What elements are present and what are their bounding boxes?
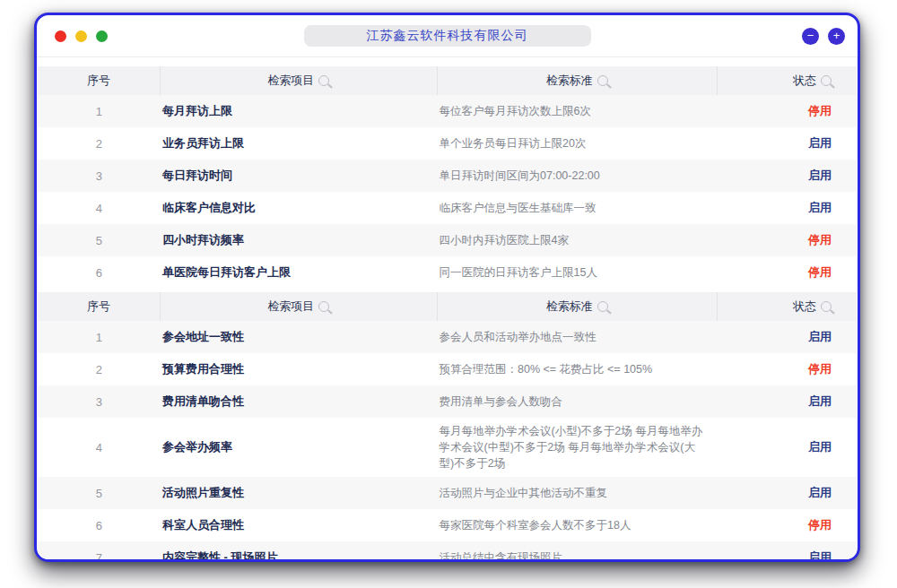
- table-row[interactable]: 4 临床客户信息对比 临床客户信息与医生基础库一致 启用: [38, 192, 857, 224]
- rule-standard: 预算合理范围：80% <= 花费占比 <= 105%: [438, 356, 718, 383]
- rule-standard: 费用清单与参会人数吻合: [438, 388, 718, 415]
- header-status-label: 状态: [793, 73, 816, 89]
- rules-table-1: 序号 检索项目 检索标准 状态 1 每月拜访上限 每位客户每月拜访次数上限6次 …: [38, 66, 857, 289]
- rule-name: 科室人员合理性: [161, 512, 438, 539]
- row-number: 1: [38, 331, 161, 344]
- rule-name: 费用清单吻合性: [161, 388, 438, 415]
- rule-name: 每月拜访上限: [161, 98, 438, 125]
- rule-standard: 单个业务员每日拜访上限20次: [438, 130, 718, 157]
- status-badge[interactable]: 启用: [718, 549, 857, 562]
- row-number: 2: [38, 363, 161, 376]
- row-number: 3: [38, 169, 161, 183]
- rule-name: 参会地址一致性: [161, 324, 438, 350]
- status-badge[interactable]: 启用: [718, 200, 857, 216]
- zoom-in-button[interactable]: +: [828, 28, 845, 45]
- rule-standard: 参会人员和活动举办地点一致性: [438, 324, 718, 350]
- status-badge[interactable]: 启用: [718, 329, 857, 345]
- rule-standard: 活动照片与企业中其他活动不重复: [438, 480, 718, 506]
- rule-name: 业务员拜访上限: [161, 130, 438, 157]
- status-badge[interactable]: 停用: [718, 361, 857, 377]
- search-icon[interactable]: [821, 75, 832, 86]
- search-icon[interactable]: [821, 301, 832, 312]
- header-no-label: 序号: [87, 73, 110, 89]
- table-header: 序号 检索项目 检索标准 状态: [38, 66, 857, 95]
- rule-standard: 每位客户每月拜访次数上限6次: [438, 98, 718, 125]
- rule-standard: 同一医院的日拜访客户上限15人: [438, 259, 718, 286]
- rule-name: 单医院每日拜访客户上限: [161, 259, 438, 286]
- table-header: 序号 检索项目 检索标准 状态: [38, 292, 857, 321]
- status-badge[interactable]: 停用: [718, 232, 857, 248]
- table-row[interactable]: 1 参会地址一致性 参会人员和活动举办地点一致性 启用: [38, 321, 857, 353]
- header-standard-label: 检索标准: [546, 73, 593, 89]
- row-number: 4: [38, 202, 161, 215]
- header-item-label: 检索项目: [267, 298, 314, 315]
- status-badge[interactable]: 停用: [718, 517, 857, 533]
- header-item[interactable]: 检索项目: [161, 66, 438, 95]
- search-icon[interactable]: [597, 75, 608, 86]
- table-row[interactable]: 2 业务员拜访上限 单个业务员每日拜访上限20次 启用: [38, 127, 857, 160]
- zoom-out-button[interactable]: −: [802, 28, 819, 45]
- traffic-lights: [55, 30, 108, 42]
- row-number: 4: [38, 441, 161, 454]
- rule-name: 内容完整性 - 现场照片: [161, 544, 438, 562]
- header-item-label: 检索项目: [267, 73, 314, 89]
- rule-name: 四小时拜访频率: [161, 227, 438, 254]
- row-number: 2: [38, 137, 161, 151]
- status-badge[interactable]: 停用: [718, 103, 857, 119]
- table-row[interactable]: 5 活动照片重复性 活动照片与企业中其他活动不重复 启用: [38, 477, 857, 509]
- rule-name: 每日拜访时间: [161, 162, 438, 189]
- app-window: 江苏鑫云软件科技有限公司 − + 序号 检索项目 检索标准 状态 1 每月拜访上…: [34, 13, 860, 562]
- header-item[interactable]: 检索项目: [161, 292, 438, 321]
- minimize-button[interactable]: [75, 30, 87, 42]
- rule-standard: 四小时内拜访医院上限4家: [438, 227, 718, 254]
- header-no: 序号: [38, 66, 161, 95]
- rule-name: 活动照片重复性: [161, 480, 438, 506]
- table-row[interactable]: 1 每月拜访上限 每位客户每月拜访次数上限6次 停用: [38, 95, 857, 127]
- status-badge[interactable]: 启用: [718, 393, 857, 410]
- search-icon[interactable]: [597, 301, 608, 312]
- row-number: 5: [38, 234, 161, 247]
- header-status[interactable]: 状态: [718, 66, 857, 95]
- window-title: 江苏鑫云软件科技有限公司: [304, 25, 591, 47]
- status-badge[interactable]: 启用: [718, 135, 857, 151]
- header-standard[interactable]: 检索标准: [438, 292, 718, 321]
- table-row[interactable]: 3 每日拜访时间 单日拜访时间区间为07:00-22:00 启用: [38, 160, 857, 192]
- row-number: 5: [38, 487, 161, 500]
- header-status-label: 状态: [793, 298, 816, 315]
- status-badge[interactable]: 停用: [718, 264, 857, 281]
- status-badge[interactable]: 启用: [718, 439, 857, 455]
- status-badge[interactable]: 启用: [718, 485, 857, 501]
- row-number: 6: [38, 519, 161, 532]
- maximize-button[interactable]: [96, 30, 108, 42]
- search-icon[interactable]: [318, 75, 329, 86]
- rule-standard: 临床客户信息与医生基础库一致: [438, 195, 718, 221]
- titlebar: 江苏鑫云软件科技有限公司 − +: [37, 15, 858, 57]
- status-badge[interactable]: 启用: [718, 168, 857, 184]
- rules-table-2: 序号 检索项目 检索标准 状态 1 参会地址一致性 参会人员和活动举办地点一致性…: [38, 292, 857, 562]
- header-status[interactable]: 状态: [718, 292, 857, 321]
- close-button[interactable]: [55, 30, 66, 42]
- table-row[interactable]: 5 四小时拜访频率 四小时内拜访医院上限4家 停用: [38, 224, 857, 256]
- header-no: 序号: [38, 292, 161, 321]
- search-icon[interactable]: [318, 301, 329, 312]
- table-row[interactable]: 6 单医院每日拜访客户上限 同一医院的日拜访客户上限15人 停用: [38, 256, 857, 289]
- row-number: 3: [38, 395, 161, 409]
- table-row[interactable]: 4 参会举办频率 每月每地举办学术会议(小型)不多于2场 每月每地举办学术会议(…: [38, 418, 857, 477]
- rule-name: 临床客户信息对比: [161, 195, 438, 221]
- window-controls: − +: [802, 28, 845, 45]
- table-row[interactable]: 3 费用清单吻合性 费用清单与参会人数吻合 启用: [38, 385, 857, 418]
- rule-standard: 每家医院每个科室参会人数不多于18人: [438, 512, 718, 539]
- header-no-label: 序号: [87, 298, 110, 315]
- row-number: 7: [38, 551, 161, 562]
- rule-name: 预算费用合理性: [161, 356, 438, 383]
- table-row[interactable]: 2 预算费用合理性 预算合理范围：80% <= 花费占比 <= 105% 停用: [38, 353, 857, 385]
- table-row[interactable]: 6 科室人员合理性 每家医院每个科室参会人数不多于18人 停用: [38, 509, 857, 541]
- rule-standard: 单日拜访时间区间为07:00-22:00: [438, 162, 718, 189]
- header-standard[interactable]: 检索标准: [438, 66, 718, 95]
- rule-name: 参会举办频率: [161, 434, 438, 461]
- header-standard-label: 检索标准: [546, 298, 593, 315]
- rule-standard: 每月每地举办学术会议(小型)不多于2场 每月每地举办学术会议(中型)不多于2场 …: [438, 418, 718, 477]
- table-row[interactable]: 7 内容完整性 - 现场照片 活动总结中含有现场照片 启用: [38, 541, 857, 562]
- main-content: 序号 检索项目 检索标准 状态 1 每月拜访上限 每位客户每月拜访次数上限6次 …: [37, 57, 858, 562]
- row-number: 6: [38, 266, 161, 280]
